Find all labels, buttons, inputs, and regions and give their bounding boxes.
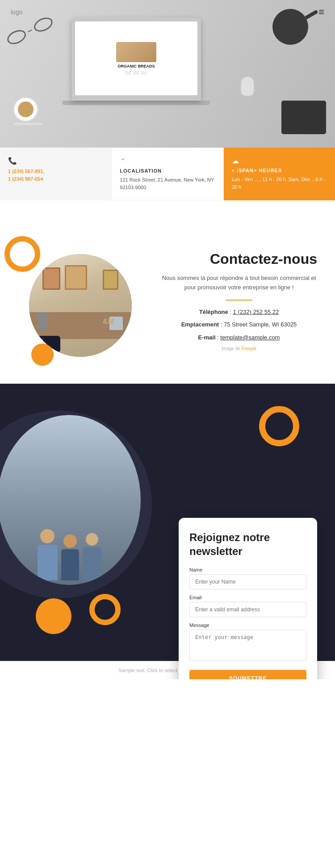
phone-number: 1 (234) 567-891, 1 (234) 987-654: [8, 168, 103, 182]
submit-button[interactable]: SOUMETTRE: [189, 670, 306, 679]
name-input[interactable]: [189, 574, 306, 589]
contact-description: Nous sommes là pour répondre à tout beso…: [161, 274, 317, 292]
contact-email-line: E-mail : template@sample.com: [161, 333, 317, 343]
dark-orange-outline-bottom: [89, 594, 121, 625]
contact-right: Contactez-nous Nous sommes là pour répon…: [161, 251, 317, 351]
tablet-decoration: [281, 101, 326, 134]
location-icon: ⌃: [120, 157, 215, 165]
phone-icon: 📞: [8, 157, 103, 165]
header: logo ≡: [0, 0, 335, 24]
contact-location-line: Emplacement : 75 Street Sample, WI 63025: [161, 320, 317, 330]
contact-left: GRILLED GREENS 25% &M: [18, 245, 143, 357]
newsletter-title: Rejoignez notre newsletter: [189, 530, 306, 558]
hours-text: Lun - Ven ..... 11 h - 20 h, Sam, Dim ..…: [232, 176, 327, 191]
contact-photo-inner: GRILLED GREENS 25% &M: [29, 254, 132, 357]
message-label: Message: [189, 622, 306, 628]
email-link[interactable]: template@sample.com: [220, 334, 280, 341]
contact-title: Contactez-nous: [161, 251, 317, 267]
email-label: Email: [189, 595, 306, 600]
phone-card: 📞 1 (234) 567-891, 1 (234) 987-654: [0, 148, 111, 200]
dark-section: Rejoignez notre newsletter Name Email Me…: [0, 384, 335, 661]
coffee-decoration: [13, 97, 42, 125]
contact-freepik-link[interactable]: Freepik: [242, 346, 256, 351]
message-textarea[interactable]: [189, 630, 306, 661]
location-label: Emplacement: [181, 321, 219, 328]
phone-link[interactable]: 1 (232) 252 55 22: [233, 309, 279, 315]
orange-circle-small: [31, 343, 54, 366]
location-card: ⌃ LOCALISATION 121 Rock Street, 21 Avenu…: [111, 148, 223, 200]
hours-title: < /SPAN> HEURES: [232, 168, 327, 173]
dark-orange-solid-bottom: [36, 598, 71, 634]
hours-card: ☁ < /SPAN> HEURES Lun - Ven ..... 11 h -…: [224, 148, 335, 200]
contact-freepik-credit: Image de Freepik: [161, 346, 317, 351]
newsletter-form: Rejoignez notre newsletter Name Email Me…: [179, 518, 317, 679]
location-address: 121 Rock Street, 21 Avenue, New York, NY…: [120, 176, 215, 191]
mouse-decoration: [240, 76, 255, 97]
laptop-decoration: ORGANIC BREADS: [71, 18, 210, 105]
phone-label: Téléphone: [199, 309, 228, 315]
menu-button[interactable]: ≡: [318, 6, 324, 18]
email-label: E-mail: [198, 334, 216, 341]
contact-section: GRILLED GREENS 25% &M Contactez-nous Nou…: [0, 218, 335, 384]
info-cards: 📞 1 (234) 567-891, 1 (234) 987-654 ⌃ LOC…: [0, 148, 335, 200]
location-value: 75 Street Sample, WI 63025: [224, 321, 297, 328]
email-input[interactable]: [189, 602, 306, 617]
hours-icon: ☁: [232, 157, 327, 165]
contact-phone-line: Téléphone : 1 (232) 252 55 22: [161, 308, 317, 317]
laptop-screen-text: ORGANIC BREADS: [117, 64, 155, 69]
dark-orange-outline-top: [259, 406, 299, 446]
logo: logo: [11, 8, 22, 16]
contact-photo: GRILLED GREENS 25% &M: [29, 254, 132, 357]
name-label: Name: [189, 567, 306, 572]
location-title: LOCALISATION: [120, 168, 215, 174]
contact-divider: [226, 300, 252, 301]
